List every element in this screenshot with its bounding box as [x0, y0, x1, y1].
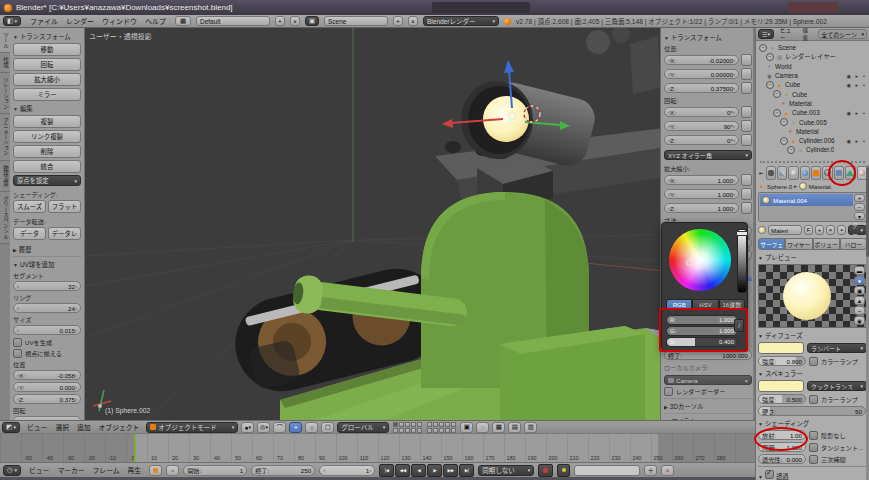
lock-toggle-icon[interactable]	[741, 68, 752, 80]
timeline-menu-1[interactable]: マーカー	[53, 465, 88, 475]
current-frame-playhead[interactable]	[134, 434, 136, 462]
transparency-checkbox[interactable]	[765, 470, 774, 479]
edit-button-2[interactable]: 削除	[13, 145, 81, 158]
tab-hex[interactable]: 16進数	[719, 299, 745, 310]
visibility-icon[interactable]: ◉	[846, 138, 851, 144]
panel-header-transform[interactable]: ▼トランスフォーム	[13, 32, 81, 41]
shading-button-1[interactable]: フラット	[48, 200, 81, 213]
expand-toggle-icon[interactable]: –	[766, 53, 774, 61]
breadcrumb-object[interactable]: Sphere.0	[767, 183, 792, 190]
layer-cell-9[interactable]	[451, 428, 456, 433]
material-name-field[interactable]: Materi	[768, 225, 802, 235]
keying-set-icon[interactable]	[557, 464, 570, 477]
diffuse-panel-header[interactable]: ▼ディフューズ	[758, 331, 867, 340]
topbar-menu-1[interactable]: レンダー	[62, 16, 98, 26]
tab-physics[interactable]: 物理演算	[0, 161, 10, 192]
layer-cell-8[interactable]	[445, 428, 450, 433]
outliner-editor-type-button[interactable]: ☰▾	[758, 29, 774, 39]
outliner-row[interactable]: ●Material	[756, 127, 869, 136]
tab-object[interactable]	[811, 166, 821, 180]
transfer-button-1[interactable]: データレ	[48, 227, 81, 240]
outliner-row[interactable]: –▲Cylinder.0	[756, 145, 869, 154]
scene-add-button[interactable]: +	[393, 16, 403, 26]
lock-toggle-icon[interactable]	[741, 82, 752, 94]
layer-cell-7[interactable]	[405, 428, 410, 433]
type-surface[interactable]: サーフェ	[758, 238, 785, 250]
shadeless-checkbox[interactable]: 陰影なし	[809, 431, 846, 440]
render-opengl-icon[interactable]: ▤	[508, 422, 521, 433]
sync-dropdown[interactable]: 同期しない▾	[478, 465, 534, 476]
diffuse-color-swatch[interactable]	[758, 342, 804, 354]
npanel-location-field[interactable]: ‹X:-0.02000›	[664, 55, 739, 65]
tab-rgb[interactable]: RGB	[666, 299, 692, 310]
keying-set-input[interactable]	[574, 465, 640, 476]
tab-tools[interactable]: ツール	[0, 28, 10, 53]
outliner-scrollbar[interactable]	[760, 157, 865, 163]
viewport-menu-1[interactable]: 選択	[51, 422, 73, 432]
outliner-row[interactable]: –▲Cube.005	[756, 117, 869, 126]
layer-cell-1[interactable]	[399, 422, 404, 427]
scene-close-button[interactable]: ×	[408, 16, 418, 26]
location-field[interactable]: ‹Y:0.000›	[13, 382, 81, 392]
shading-panel-header[interactable]: ▼シェーディング	[758, 419, 867, 428]
properties-expander-icon[interactable]: ⇤	[758, 170, 765, 176]
lock-modes-icon[interactable]: ▣	[460, 422, 473, 433]
lock-toggle-icon[interactable]	[741, 120, 752, 132]
render-border-checkbox[interactable]: レンダーボーダー	[664, 387, 752, 396]
manipulator-scale-icon[interactable]: ▢	[321, 422, 334, 433]
selectable-icon[interactable]: ▸	[855, 73, 858, 79]
outliner-row[interactable]: –●Scene	[756, 43, 869, 52]
type-volume[interactable]: ボリュー	[813, 238, 840, 250]
layer-cell-6[interactable]	[399, 428, 404, 433]
layer-cell-4[interactable]	[417, 422, 422, 427]
transform-button-1[interactable]: 回転	[13, 58, 81, 71]
render-opengl-anim-icon[interactable]: ▥	[524, 422, 537, 433]
translucency-slider[interactable]: 透光性:0.000	[758, 454, 806, 464]
unlink-material-button[interactable]: ×	[826, 225, 835, 235]
outliner-menu-0[interactable]: ビュー	[776, 28, 799, 42]
preview-cube-button[interactable]: ▣	[854, 286, 865, 295]
specular-intensity-slider[interactable]: 強度:0.500	[758, 394, 806, 404]
layer-cell-5[interactable]	[393, 428, 398, 433]
topbar-menu-2[interactable]: ウィンドウ	[98, 16, 141, 26]
outliner-row[interactable]: ●Material	[756, 99, 869, 108]
size-field[interactable]: ‹0.015›	[13, 325, 81, 335]
clip-end-field[interactable]: 終了:1000.000	[664, 350, 752, 360]
layer-cell-5[interactable]	[427, 428, 432, 433]
viewport-shading-dropdown[interactable]: ●▾	[241, 422, 254, 433]
screen-add-button[interactable]: +	[275, 16, 285, 26]
delete-keyframe-button[interactable]: ×	[661, 465, 674, 476]
outliner-row[interactable]: –▲Cube	[756, 89, 869, 98]
material-slot-selected[interactable]: Material.004	[760, 194, 853, 206]
editor-type-menu[interactable]: ◧▾	[3, 16, 21, 26]
transfer-button-0[interactable]: データ	[13, 227, 46, 240]
layer-cell-0[interactable]	[427, 422, 432, 427]
pin-icon[interactable]: ▪	[837, 225, 846, 235]
expand-toggle-icon[interactable]: –	[787, 146, 795, 154]
set-origin-dropdown[interactable]: 原点を設定▾	[13, 175, 81, 186]
eyedropper-button[interactable]: /	[734, 319, 744, 332]
panel-header-history[interactable]: ▶履歴	[13, 245, 81, 254]
editor-type-button[interactable]: ◩▾	[2, 422, 20, 433]
preview-hair-button[interactable]: ~	[854, 306, 865, 315]
generate-uv-checkbox[interactable]: UVを生成	[13, 338, 81, 347]
layer-cell-2[interactable]	[439, 422, 444, 427]
location-field[interactable]: ‹X:-0.058›	[13, 370, 81, 380]
renderable-icon[interactable]: ▪	[863, 110, 865, 116]
expand-toggle-icon[interactable]: –	[780, 118, 788, 126]
transform-button-2[interactable]: 拡大縮小	[13, 73, 81, 86]
npanel-location-field[interactable]: ‹Y:0.00000›	[664, 69, 739, 79]
breadcrumb-material[interactable]: Material.	[809, 183, 833, 190]
outliner-filter-dropdown[interactable]: 全てのシーン▾	[818, 29, 867, 39]
proportional-edit-icon[interactable]: ◌	[476, 422, 489, 433]
tab-render-layers[interactable]	[777, 166, 787, 180]
transparency-panel-header[interactable]: ▼透過	[758, 470, 867, 480]
lock-toggle-icon[interactable]	[741, 174, 752, 186]
timeline-menu-0[interactable]: ビュー	[25, 465, 53, 475]
expand-toggle-icon[interactable]: –	[759, 44, 767, 52]
blue-slider[interactable]: B:0.400	[666, 337, 738, 347]
npanel-scale-field[interactable]: ‹Y:1.000›	[664, 189, 739, 199]
outliner-row[interactable]: –▲Cube.003◉▸▪	[756, 108, 869, 117]
slot-add-button[interactable]: +	[854, 194, 865, 202]
lock-time-icon[interactable]: ▫	[166, 465, 179, 476]
